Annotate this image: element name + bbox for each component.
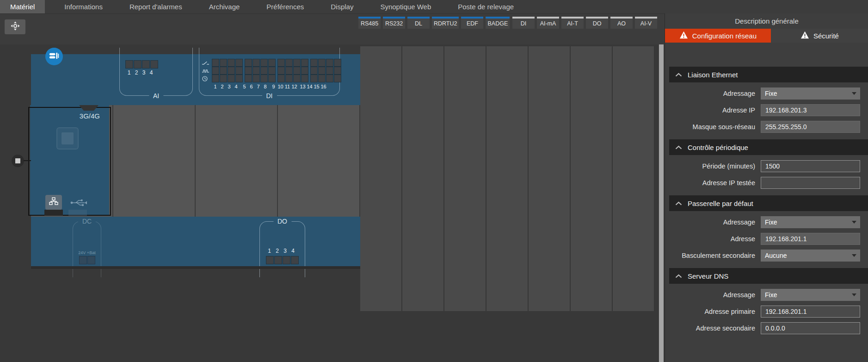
menu-tab-materiel[interactable]: Matériel (0, 0, 45, 13)
module-tab-ai-v[interactable]: AI-V (635, 17, 657, 29)
di-cell-r2-c2[interactable] (220, 67, 227, 75)
section-header-passerelle-par-defaut[interactable]: Passerelle par défaut (669, 195, 868, 211)
menu-tab-informations[interactable]: Informations (54, 0, 113, 13)
di-channel-grid[interactable] (212, 59, 342, 82)
module-tab-rdrtu2[interactable]: RDRTU2 (432, 17, 459, 29)
di-cell-r1-c12[interactable] (301, 59, 308, 67)
di-cell-r1-c6[interactable] (252, 59, 260, 67)
section-header-controle-periodique[interactable]: Contrôle périodique (669, 139, 868, 155)
section-header-liaison-ethernet[interactable]: Liaison Ethernet (669, 67, 868, 82)
di-cell-r3-c11[interactable] (293, 75, 301, 82)
di-cell-r3-c14[interactable] (318, 75, 326, 82)
module-tab-rs232[interactable]: RS232 (383, 17, 405, 29)
select-adressage[interactable]: Fixe (761, 87, 860, 100)
module-tab-edf[interactable]: EDF (461, 17, 483, 29)
controller-badge[interactable] (45, 48, 63, 65)
di-cell-r2-c3[interactable] (228, 67, 235, 75)
di-cell-r2-c15[interactable] (326, 67, 333, 75)
do-terminal-3[interactable] (283, 256, 290, 264)
input-periode-minutes[interactable] (761, 160, 860, 172)
di-cell-r3-c16[interactable] (334, 75, 341, 82)
do-terminal-1[interactable] (266, 256, 274, 264)
ai-terminal-3[interactable] (142, 60, 150, 69)
ethernet-port-button[interactable] (45, 195, 62, 210)
section-header-serveur-dns[interactable]: Serveur DNS (669, 268, 868, 284)
di-cell-r3-c4[interactable] (235, 75, 243, 82)
di-cell-r1-c4[interactable] (235, 59, 243, 67)
module-tab-ai-t[interactable]: AI-T (561, 17, 584, 29)
di-cell-r2-c13[interactable] (310, 67, 318, 75)
di-cell-r2-c4[interactable] (235, 67, 243, 75)
di-cell-r3-c2[interactable] (220, 75, 227, 82)
di-cell-r1-c14[interactable] (318, 59, 326, 67)
empty-slot-columns[interactable] (360, 46, 655, 311)
rack-row-bottom[interactable]: DC 24V +Bat DO 1234 (31, 217, 360, 266)
di-cell-r3-c9[interactable] (277, 75, 285, 82)
di-cell-r3-c5[interactable] (245, 75, 252, 82)
di-cell-r2-c11[interactable] (293, 67, 301, 75)
menu-tab-archivage[interactable]: Archivage (199, 0, 250, 13)
io-connection-node[interactable] (12, 155, 24, 167)
select-adressage[interactable]: Fixe (761, 216, 860, 228)
di-cell-r1-c16[interactable] (334, 59, 341, 67)
menu-tab-preferences[interactable]: Préférences (256, 0, 314, 13)
ai-terminal-1[interactable] (125, 60, 133, 69)
di-cell-r2-c10[interactable] (285, 67, 293, 75)
di-cell-r3-c15[interactable] (326, 75, 333, 82)
di-cell-r3-c1[interactable] (212, 75, 219, 82)
di-cell-r1-c13[interactable] (310, 59, 318, 67)
tab-securite[interactable]: Sécurité (771, 29, 868, 43)
di-cell-r1-c3[interactable] (228, 59, 235, 67)
input-adresse-ip[interactable] (761, 104, 860, 116)
di-cell-r3-c3[interactable] (228, 75, 235, 82)
module-tab-do[interactable]: DO (586, 17, 608, 29)
hardware-canvas[interactable]: 1234 AI 12345678910111213141516 DI 3G/4G (0, 44, 659, 362)
vertical-scrollbar[interactable] (659, 44, 664, 362)
input-masque-sous-reseau[interactable] (761, 121, 860, 133)
di-cell-r2-c12[interactable] (301, 67, 308, 75)
di-cell-r1-c11[interactable] (293, 59, 301, 67)
menu-tab-display[interactable]: Display (320, 0, 363, 13)
di-cell-r2-c8[interactable] (268, 67, 276, 75)
di-cell-r2-c6[interactable] (252, 67, 260, 75)
di-cell-r1-c1[interactable] (212, 59, 219, 67)
di-cell-r2-c1[interactable] (212, 67, 219, 75)
di-cell-r1-c9[interactable] (277, 59, 285, 67)
tab-configuration-reseau[interactable]: Configuration réseau (665, 29, 771, 43)
input-adresse-ip-testee[interactable] (761, 177, 860, 189)
pan-tool-button[interactable] (5, 19, 25, 34)
di-cell-r2-c5[interactable] (245, 67, 252, 75)
module-tab-ao[interactable]: AO (610, 17, 633, 29)
scrollbar-thumb[interactable] (659, 44, 664, 362)
menu-tab-report-d-alarmes[interactable]: Report d'alarmes (119, 0, 192, 13)
di-cell-r3-c13[interactable] (310, 75, 318, 82)
di-cell-r2-c14[interactable] (318, 67, 326, 75)
select-adressage[interactable]: Fixe (761, 289, 860, 301)
di-cell-r1-c7[interactable] (260, 59, 268, 67)
di-cell-r2-c7[interactable] (260, 67, 268, 75)
input-adresse[interactable] (761, 233, 860, 245)
module-tab-rs485[interactable]: RS485 (358, 17, 381, 29)
di-cell-r1-c10[interactable] (285, 59, 293, 67)
ai-terminal-4[interactable] (150, 60, 158, 69)
di-cell-r1-c5[interactable] (245, 59, 252, 67)
di-cell-r3-c10[interactable] (285, 75, 293, 82)
modem-module-3g4g[interactable]: 3G/4G (30, 105, 109, 216)
ai-terminal-2[interactable] (134, 60, 142, 69)
do-terminal-4[interactable] (291, 256, 299, 264)
module-tab-badge[interactable]: BADGE (486, 17, 510, 29)
input-adresse-primaire[interactable] (761, 306, 860, 318)
di-cell-r1-c8[interactable] (268, 59, 276, 67)
input-adresse-secondaire[interactable] (761, 322, 860, 334)
menu-tab-poste-de-relevage[interactable]: Poste de relevage (448, 0, 524, 13)
usb-icon[interactable] (70, 199, 88, 207)
di-cell-r3-c6[interactable] (252, 75, 260, 82)
di-cell-r3-c12[interactable] (301, 75, 308, 82)
di-cell-r1-c15[interactable] (326, 59, 333, 67)
do-terminal-2[interactable] (274, 256, 282, 264)
menu-tab-synoptique-web[interactable]: Synoptique Web (370, 0, 441, 13)
select-basculement-secondaire[interactable]: Aucune (761, 250, 860, 262)
di-cell-r1-c2[interactable] (220, 59, 227, 67)
module-tab-dl[interactable]: DL (407, 17, 430, 29)
di-cell-r3-c8[interactable] (268, 75, 276, 82)
